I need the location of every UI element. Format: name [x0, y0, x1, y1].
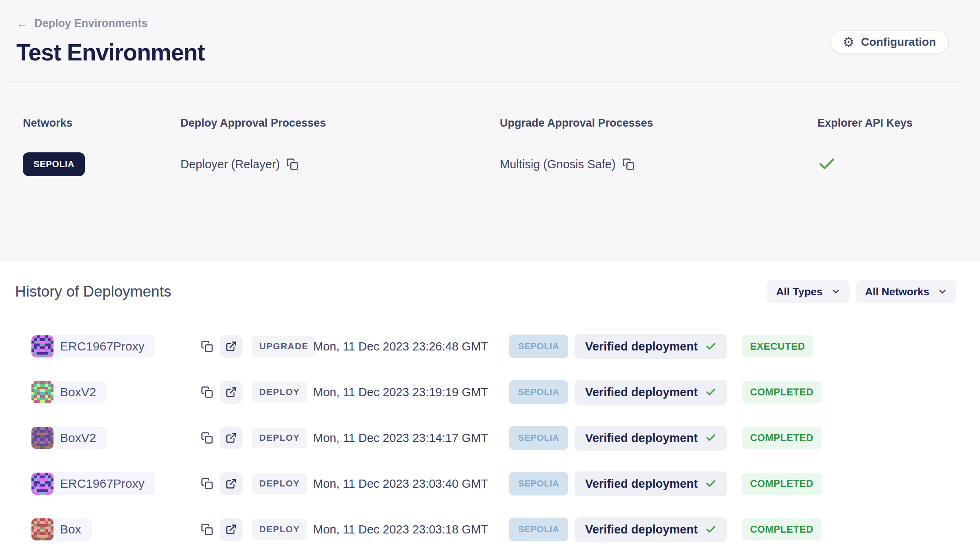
deployment-type-badge: DEPLOY	[252, 473, 307, 494]
deployment-status-badge: COMPLETED	[742, 427, 822, 449]
verification-cell: Verified deployment	[575, 334, 742, 359]
history-header: History of Deployments All Types All Net…	[0, 280, 980, 303]
history-title: History of Deployments	[15, 283, 171, 300]
verification-label: Verified deployment	[585, 431, 698, 445]
verification-label: Verified deployment	[585, 386, 698, 399]
row-actions-cell	[201, 381, 252, 404]
contract-avatar	[31, 427, 53, 449]
check-icon	[705, 524, 717, 535]
verification-label: Verified deployment	[585, 340, 698, 353]
verification-badge: Verified deployment	[575, 426, 727, 451]
verification-cell: Verified deployment	[575, 426, 742, 451]
networks-value: SEPOLIA	[23, 152, 180, 176]
verification-cell: Verified deployment	[575, 471, 742, 496]
blockies-avatar-image	[31, 427, 53, 449]
copy-address-button[interactable]	[201, 523, 213, 536]
external-link-icon	[225, 341, 237, 352]
deployment-type-cell: DEPLOY	[252, 473, 313, 494]
upgrade-approval-value: Multisig (Gnosis Safe)	[500, 152, 817, 176]
contract-name-cell: ERC1967Proxy	[31, 472, 201, 495]
verification-badge: Verified deployment	[575, 471, 727, 496]
row-actions-cell	[201, 335, 252, 358]
verification-label: Verified deployment	[585, 477, 698, 491]
network-cell: SEPOLIA	[509, 518, 575, 541]
copy-upgrade-approval-button[interactable]	[621, 157, 635, 171]
contract-name-cell: Box	[31, 518, 201, 541]
deployment-type-badge: DEPLOY	[252, 519, 307, 540]
deployment-rows: ERC1967Proxy UPGRADE Mon, 11 Dec 2023 23…	[0, 324, 980, 549]
deployment-timestamp: Mon, 11 Dec 2023 23:26:48 GMT	[313, 340, 509, 353]
check-icon	[705, 478, 717, 489]
deployment-row: ERC1967Proxy DEPLOY Mon, 11 Dec 2023 23:…	[0, 461, 980, 507]
deploy-environment-page: ← Deploy Environments Test Environment ⚙…	[0, 0, 980, 549]
copy-address-button[interactable]	[201, 386, 213, 398]
network-cell: SEPOLIA	[509, 426, 575, 450]
contract-name-cell: ERC1967Proxy	[31, 335, 201, 358]
status-cell: COMPLETED	[742, 518, 822, 540]
history-filters: All Types All Networks	[767, 280, 956, 303]
check-icon	[705, 341, 717, 352]
network-badge: SEPOLIA	[509, 380, 568, 404]
blockies-avatar-image	[31, 518, 53, 540]
verification-cell: Verified deployment	[575, 380, 742, 405]
copy-address-button[interactable]	[201, 432, 213, 444]
copy-address-button[interactable]	[201, 478, 213, 490]
external-link-button[interactable]	[220, 472, 243, 495]
deployment-type-cell: DEPLOY	[252, 382, 313, 402]
gear-icon: ⚙	[843, 36, 855, 49]
external-link-icon	[225, 478, 237, 489]
contract-name: BoxV2	[48, 426, 107, 449]
deployment-timestamp: Mon, 11 Dec 2023 23:03:40 GMT	[313, 477, 509, 491]
check-icon	[817, 155, 836, 174]
external-link-button[interactable]	[220, 335, 243, 358]
blockies-avatar-image	[31, 473, 53, 495]
copy-deploy-approval-button[interactable]	[285, 157, 299, 171]
column-header-explorer-api-keys: Explorer API Keys	[817, 117, 980, 129]
copy-address-button[interactable]	[201, 340, 213, 353]
network-filter-dropdown[interactable]: All Networks	[856, 280, 957, 303]
column-header-deploy-approval: Deploy Approval Processes	[180, 117, 500, 129]
copy-icon	[201, 478, 213, 490]
external-link-icon	[225, 432, 237, 444]
deployment-row: BoxV2 DEPLOY Mon, 11 Dec 2023 23:14:17 G…	[0, 415, 980, 461]
deploy-approval-label: Deployer (Relayer)	[180, 158, 280, 171]
deployment-type-cell: DEPLOY	[252, 428, 313, 448]
row-actions-cell	[201, 472, 252, 495]
deployment-status-badge: COMPLETED	[742, 381, 822, 403]
deployment-row: ERC1967Proxy UPGRADE Mon, 11 Dec 2023 23…	[0, 324, 980, 369]
external-link-icon	[225, 386, 237, 398]
back-link[interactable]: ← Deploy Environments	[16, 17, 148, 30]
row-actions-cell	[201, 518, 252, 541]
contract-name: ERC1967Proxy	[48, 472, 155, 495]
external-link-button[interactable]	[220, 381, 243, 404]
deployment-status-badge: COMPLETED	[742, 473, 822, 495]
network-badge: SEPOLIA	[509, 472, 568, 495]
history-section: History of Deployments All Types All Net…	[0, 261, 980, 549]
copy-icon	[201, 432, 213, 444]
external-link-button[interactable]	[220, 426, 243, 449]
upgrade-approval-label: Multisig (Gnosis Safe)	[500, 158, 616, 171]
deployment-row: Box DEPLOY Mon, 11 Dec 2023 23:03:18 GMT…	[0, 507, 980, 549]
external-link-button[interactable]	[220, 518, 243, 541]
copy-icon	[286, 158, 298, 170]
page-header: ← Deploy Environments Test Environment ⚙…	[0, 0, 980, 82]
network-chip-sepolia: SEPOLIA	[23, 152, 85, 176]
deployment-timestamp: Mon, 11 Dec 2023 23:19:19 GMT	[313, 386, 509, 399]
check-icon	[705, 386, 717, 398]
status-cell: EXECUTED	[742, 335, 813, 357]
status-cell: COMPLETED	[742, 427, 822, 449]
contract-name-cell: BoxV2	[31, 426, 201, 449]
contract-name-cell: BoxV2	[31, 381, 201, 404]
verification-badge: Verified deployment	[575, 517, 727, 542]
configuration-button[interactable]: ⚙ Configuration	[830, 30, 949, 54]
network-cell: SEPOLIA	[509, 472, 575, 495]
contract-avatar	[31, 381, 53, 403]
deployment-type-badge: DEPLOY	[252, 382, 307, 402]
verification-badge: Verified deployment	[575, 380, 727, 405]
type-filter-dropdown[interactable]: All Types	[767, 280, 850, 303]
copy-icon	[622, 158, 635, 170]
row-actions-cell	[201, 426, 252, 449]
network-badge: SEPOLIA	[509, 335, 568, 358]
column-header-upgrade-approval: Upgrade Approval Processes	[500, 117, 817, 129]
deployment-type-badge: UPGRADE	[252, 336, 316, 357]
